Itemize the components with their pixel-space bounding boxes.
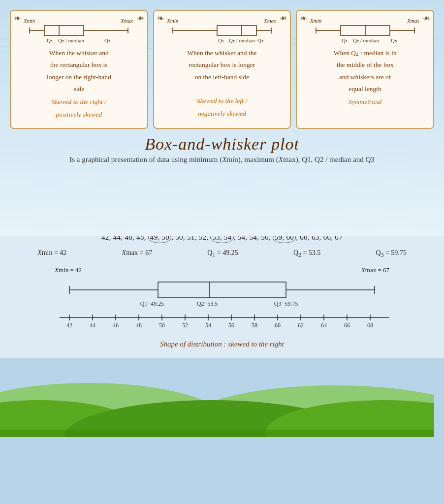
svg-text:Q₃: Q₃ bbox=[104, 37, 110, 43]
plot-xmax-label: Xmax = 67 bbox=[361, 266, 389, 274]
svg-text:44: 44 bbox=[90, 322, 95, 329]
card3-desc3: and whiskers are of bbox=[302, 72, 428, 82]
svg-text:56: 56 bbox=[228, 322, 234, 329]
title-section: Box-and-whisker plot Is a graphical pres… bbox=[10, 135, 434, 164]
svg-text:Q1=49.25: Q1=49.25 bbox=[140, 300, 164, 307]
stats-row: Xmin = 42 Xmax = 67 Q1 = 49.25 Q2 = 53.5… bbox=[5, 249, 439, 258]
card2-desc1: When the whisker and the bbox=[159, 48, 285, 58]
scroll-card-right: Xmin Xmax Q₁ Q₂ / median Q₃ When the whi… bbox=[10, 10, 148, 129]
svg-text:Xmin: Xmin bbox=[23, 18, 35, 24]
card1-desc2: the rectangular box is bbox=[16, 60, 142, 70]
card3-desc2: the middle of the box bbox=[302, 60, 428, 70]
main-title: Box-and-whisker plot bbox=[10, 135, 434, 154]
svg-rect-76 bbox=[0, 430, 434, 437]
stat-q1: Q1 = 49.25 bbox=[207, 249, 238, 258]
svg-text:46: 46 bbox=[113, 322, 119, 329]
plot-svg: Q1=49.25 Q2=53.5 Q3=59.75 bbox=[45, 275, 399, 310]
scroll-card-left: Xmin Xmax Q₁ Q₂ / median Q₃ When the whi… bbox=[153, 10, 291, 129]
svg-text:54: 54 bbox=[205, 322, 211, 329]
svg-text:Q₂ / median: Q₂ / median bbox=[353, 37, 379, 43]
svg-text:Q2=53.5: Q2=53.5 bbox=[197, 300, 218, 307]
plot-xmin-label: Xmin = 42 bbox=[55, 266, 82, 274]
svg-text:Q₃: Q₃ bbox=[257, 37, 263, 43]
svg-rect-15 bbox=[217, 26, 256, 35]
svg-text:Q₁: Q₁ bbox=[342, 37, 348, 43]
scroll-card-sym: Xmin Xmax Q₁ Q₂ / median Q₃ When Q₂ / me… bbox=[296, 10, 434, 129]
svg-text:Q₁: Q₁ bbox=[218, 37, 224, 43]
card3-desc1: When Q₂ / median is in bbox=[302, 48, 428, 58]
svg-text:64: 64 bbox=[321, 322, 327, 329]
box-plot-sym: Xmin Xmax Q₁ Q₂ / median Q₃ bbox=[306, 17, 424, 46]
stat-q2: Q2 = 53.5 bbox=[293, 249, 320, 258]
svg-text:Q3=59.75: Q3=59.75 bbox=[274, 300, 298, 307]
svg-text:60: 60 bbox=[275, 322, 281, 329]
stat-xmax: Xmax = 67 bbox=[122, 249, 153, 258]
grass-area bbox=[0, 358, 444, 437]
box-plot-left: Xmin Xmax Q₁ Q₂ / median Q₃ bbox=[163, 17, 281, 46]
card1-desc1: When the whisker and bbox=[16, 48, 142, 58]
shape-label: Shape of distribution : skewed to the ri… bbox=[5, 340, 439, 348]
card1-skew2: positively skewed bbox=[16, 110, 142, 120]
svg-text:48: 48 bbox=[136, 322, 142, 329]
stat-xmin: Xmin = 42 bbox=[37, 249, 66, 258]
card2-skew1: Skewed to the left / bbox=[159, 96, 285, 106]
svg-text:50: 50 bbox=[159, 322, 165, 329]
card1-desc3: longer on the right-hand bbox=[16, 72, 142, 82]
card3-skew: Symmetrical bbox=[302, 97, 428, 107]
svg-rect-35 bbox=[158, 282, 286, 298]
subtitle: Is a graphical presentation of data usin… bbox=[10, 156, 434, 164]
svg-text:42: 42 bbox=[66, 322, 72, 329]
plot-top-labels: Xmin = 42 Xmax = 67 bbox=[45, 266, 399, 274]
svg-text:Xmin: Xmin bbox=[166, 18, 179, 24]
scrolls-row: Xmin Xmax Q₁ Q₂ / median Q₃ When the whi… bbox=[10, 10, 434, 129]
card1-desc4: side bbox=[16, 84, 142, 94]
card3-desc4: equal length bbox=[302, 84, 428, 94]
box-plot-right: Xmin Xmax Q₁ Q₂ / median Q₃ bbox=[20, 17, 138, 46]
svg-text:66: 66 bbox=[344, 322, 350, 329]
svg-text:Xmax: Xmax bbox=[407, 18, 419, 24]
card2-desc2: rectangular box is longer bbox=[159, 60, 285, 70]
svg-text:Xmin: Xmin bbox=[310, 18, 322, 24]
svg-text:68: 68 bbox=[367, 322, 373, 329]
svg-text:Xmax: Xmax bbox=[120, 18, 133, 24]
svg-text:62: 62 bbox=[298, 322, 304, 329]
svg-text:58: 58 bbox=[252, 322, 257, 329]
plot-area: Xmin = 42 Xmax = 67 Q1=49.25 Q2=53.5 Q3=… bbox=[45, 266, 399, 333]
number-line-svg: 42 44 46 48 50 52 54 56 58 60 62 64 bbox=[45, 312, 399, 331]
card1-skew1: Skewed to the right / bbox=[16, 97, 142, 107]
svg-text:Q₂ / median: Q₂ / median bbox=[229, 37, 255, 43]
stat-q3: Q3 = 59.75 bbox=[376, 249, 407, 258]
svg-text:Q₂ / median: Q₂ / median bbox=[58, 37, 84, 43]
card2-skew2: negatively skewed bbox=[159, 109, 285, 119]
svg-rect-4 bbox=[44, 26, 84, 35]
svg-text:Xmax: Xmax bbox=[263, 18, 276, 24]
svg-text:Q₃: Q₃ bbox=[391, 37, 397, 43]
svg-text:Q₁: Q₁ bbox=[47, 37, 53, 43]
svg-text:52: 52 bbox=[182, 322, 188, 329]
card2-desc3: on the left-hand side bbox=[159, 72, 285, 82]
